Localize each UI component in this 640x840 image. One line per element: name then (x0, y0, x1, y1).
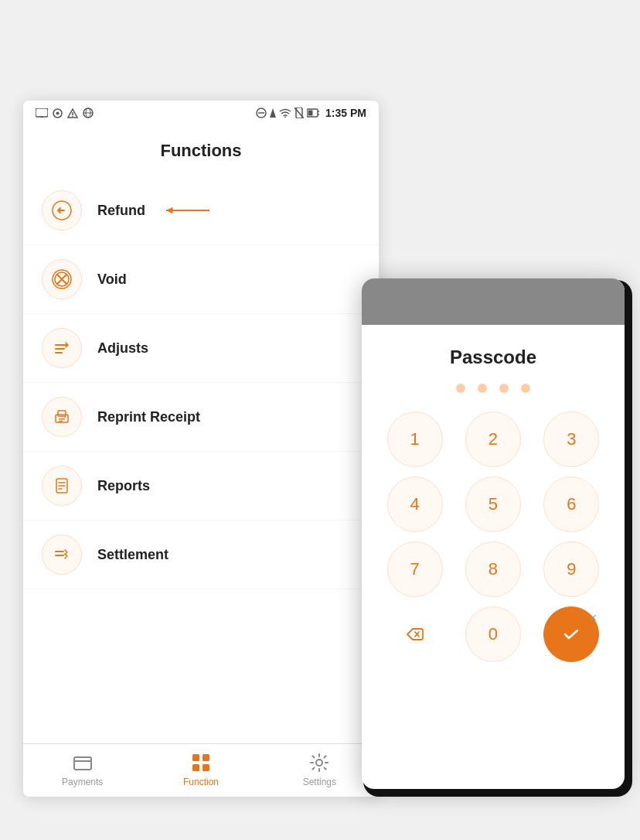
circle-icon (53, 108, 63, 118)
passcode-title: Passcode (362, 325, 625, 384)
svg-marker-22 (166, 207, 172, 213)
key-2[interactable]: 2 (465, 411, 521, 467)
reprint-label: Reprint Receipt (97, 409, 200, 425)
settlement-icon (52, 545, 72, 565)
svg-rect-45 (192, 764, 199, 771)
blocked-icon (256, 108, 267, 118)
payments-nav-label: Payments (62, 777, 103, 787)
nav-item-settings[interactable]: Settings (260, 744, 379, 797)
reprint-icon (52, 407, 72, 427)
menu-list: Refund Void (23, 169, 379, 743)
settlement-icon-circle (42, 534, 82, 575)
settings-nav-label: Settings (303, 777, 336, 787)
menu-item-refund[interactable]: Refund (23, 176, 379, 245)
menu-item-reprint[interactable]: Reprint Receipt (23, 383, 379, 452)
refund-arrow (161, 200, 215, 221)
adjusts-icon (52, 338, 72, 358)
key-3[interactable]: 3 (543, 411, 599, 467)
svg-marker-12 (270, 108, 276, 118)
passcode-dot-1 (456, 384, 465, 393)
svg-rect-33 (59, 421, 63, 422)
functions-nav-label: Function (183, 777, 219, 787)
status-right-icons: 1:35 PM (256, 107, 366, 119)
svg-rect-43 (192, 754, 199, 761)
svg-point-34 (64, 416, 66, 418)
void-icon (52, 269, 72, 289)
passcode-phone: × Passcode 1 2 3 4 5 6 7 8 9 0 (362, 278, 625, 789)
key-1[interactable]: 1 (387, 411, 443, 467)
reports-icon (52, 476, 72, 496)
key-backspace[interactable] (387, 606, 443, 662)
phone-off-icon (294, 108, 304, 118)
passcode-dots (362, 384, 625, 393)
settlement-label: Settlement (97, 547, 169, 563)
refund-icon-circle (42, 190, 82, 230)
svg-rect-32 (59, 418, 65, 420)
void-icon-circle (42, 259, 82, 299)
adjusts-icon-circle (42, 328, 82, 368)
svg-rect-44 (203, 754, 209, 761)
signal-up-icon (270, 108, 276, 118)
status-bar: 1:35 PM (23, 101, 379, 125)
adjusts-label: Adjusts (97, 340, 148, 357)
confirm-icon (560, 623, 582, 645)
time-display: 1:35 PM (325, 107, 366, 119)
passcode-keypad: 1 2 3 4 5 6 7 8 9 0 (362, 411, 625, 678)
key-7[interactable]: 7 (387, 541, 443, 597)
key-6[interactable]: 6 (543, 476, 599, 532)
refund-icon (52, 200, 72, 220)
passcode-header-bar (362, 278, 625, 325)
key-0[interactable]: 0 (465, 606, 521, 662)
nav-item-functions[interactable]: Function (141, 744, 260, 797)
warning-icon (67, 108, 78, 118)
passcode-dot-3 (499, 384, 509, 393)
menu-item-void[interactable]: Void (23, 245, 379, 314)
svg-rect-31 (58, 411, 66, 416)
menu-item-adjusts[interactable]: Adjusts (23, 314, 379, 383)
svg-rect-46 (203, 764, 209, 771)
reports-icon-circle (42, 466, 82, 506)
svg-rect-0 (36, 108, 48, 117)
nav-item-payments[interactable]: Payments (23, 744, 141, 797)
backspace-icon (406, 625, 424, 644)
close-button[interactable]: × (590, 611, 597, 625)
reports-label: Reports (97, 478, 150, 494)
payments-nav-icon (72, 752, 94, 773)
status-left-icons (36, 108, 94, 118)
passcode-dot-2 (478, 384, 487, 393)
svg-rect-41 (74, 757, 91, 770)
svg-point-47 (316, 760, 322, 766)
svg-point-6 (72, 115, 73, 117)
key-5[interactable]: 5 (465, 476, 521, 532)
passcode-dot-4 (521, 384, 530, 393)
reprint-icon-circle (42, 397, 82, 437)
bottom-nav: Payments Function Settings (23, 743, 379, 797)
menu-item-reports[interactable]: Reports (23, 452, 379, 521)
main-phone-screen: 1:35 PM Functions Refund (23, 101, 379, 797)
svg-point-13 (284, 117, 286, 118)
key-9[interactable]: 9 (543, 541, 599, 597)
key-8[interactable]: 8 (465, 541, 521, 597)
display-icon (36, 108, 48, 118)
refund-label: Refund (97, 203, 145, 219)
settings-nav-icon (308, 752, 330, 773)
functions-nav-icon (190, 752, 212, 773)
menu-item-settlement[interactable]: Settlement (23, 521, 379, 589)
battery-icon (307, 108, 319, 118)
void-label: Void (97, 271, 127, 288)
key-4[interactable]: 4 (387, 476, 443, 532)
svg-rect-19 (308, 111, 313, 116)
svg-point-3 (56, 111, 60, 114)
globe-icon (83, 108, 94, 118)
orange-arrow-icon (161, 200, 215, 221)
wifi-icon (279, 108, 291, 118)
page-title: Functions (23, 125, 379, 169)
